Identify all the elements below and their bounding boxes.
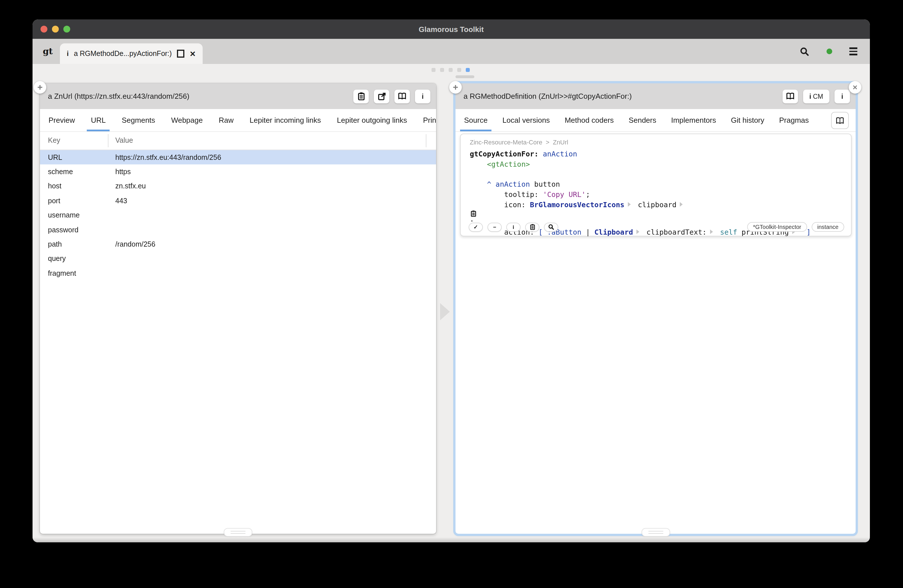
left-pane-tabs: PreviewURLSegmentsWebpageRawLepiter inco…: [40, 109, 436, 132]
tab-raw[interactable]: Raw: [219, 109, 233, 131]
tab-local-versions[interactable]: Local versions: [502, 109, 550, 131]
zoom-window-button[interactable]: [63, 26, 70, 33]
remove-method-button[interactable]: −: [488, 222, 502, 231]
tab-git-history[interactable]: Git history: [731, 109, 764, 131]
code-token: [470, 160, 487, 168]
tab-lepiter-incoming-links[interactable]: Lepiter incoming links: [250, 109, 321, 131]
pager-scrollbar[interactable]: [456, 75, 474, 78]
expand-triangle-icon[interactable]: [680, 202, 683, 207]
clipboard-icon: [470, 210, 811, 217]
copy-method-button[interactable]: [525, 222, 540, 231]
breadcrumb-segment[interactable]: Zinc-Resource-Meta-Core: [470, 139, 542, 146]
breadcrumb: Zinc-Resource-Meta-Core>ZnUrl: [470, 139, 568, 146]
side-badge[interactable]: instance: [812, 222, 845, 232]
package-badge[interactable]: *GToolkit-Inspector: [747, 222, 807, 232]
table-row[interactable]: query: [40, 252, 436, 266]
open-external-button[interactable]: [374, 90, 389, 103]
code-token: tooltip:: [470, 190, 543, 199]
column-header-key: Key: [48, 137, 60, 145]
pager-dot[interactable]: [440, 68, 444, 72]
table-header: Key Value: [40, 132, 436, 150]
code-token: clipboard: [634, 200, 676, 209]
tab-url[interactable]: URL: [91, 109, 106, 131]
code-token: <gtAction>: [487, 160, 530, 168]
code-line: [470, 169, 811, 179]
pane-resize-handle[interactable]: [641, 528, 670, 537]
code-token: gtCopyActionFor:: [470, 149, 538, 158]
workspace: + a ZnUrl (https://zn.stfx.eu:443/random…: [33, 64, 870, 542]
table-row[interactable]: URLhttps://zn.stfx.eu:443/random/256: [40, 150, 436, 165]
pager-dot[interactable]: [448, 68, 453, 72]
tabstrip-actions: [800, 39, 857, 64]
pane-divider-arrow[interactable]: [440, 303, 450, 320]
tab-preview[interactable]: Preview: [49, 109, 75, 131]
search-icon[interactable]: [800, 47, 809, 56]
docs-book-button[interactable]: [831, 112, 849, 129]
inspector-tab[interactable]: i a RGMethodDe...pyActionFor:) ✕: [60, 43, 203, 64]
left-pane-header: a ZnUrl (https://zn.stfx.eu:443/random/2…: [40, 83, 436, 109]
inspect-method-button[interactable]: i: [506, 222, 521, 231]
minimize-window-button[interactable]: [52, 26, 59, 33]
tab-webpage[interactable]: Webpage: [171, 109, 203, 131]
column-divider[interactable]: [108, 134, 109, 147]
add-pane-button[interactable]: +: [34, 81, 46, 94]
inspect-button[interactable]: i: [834, 90, 850, 103]
window-title: Glamorous Toolkit: [418, 25, 484, 33]
tab-pragmas[interactable]: Pragmas: [779, 109, 809, 131]
tab-info-icon: i: [67, 50, 69, 58]
gt-logo[interactable]: gt: [43, 39, 53, 64]
tab-segments[interactable]: Segments: [122, 109, 155, 131]
traffic-lights: [41, 19, 70, 39]
table-row[interactable]: path/random/256: [40, 237, 436, 252]
book-button[interactable]: [395, 90, 410, 103]
status-dot-icon: [826, 49, 832, 54]
table-row[interactable]: fragment: [40, 266, 436, 281]
method-source-card: Zinc-Resource-Meta-Core>ZnUrl gtCopyActi…: [460, 134, 852, 236]
row-key: fragment: [40, 269, 115, 277]
search-method-button[interactable]: [544, 222, 558, 231]
right-pane-title: a RGMethodDefinition (ZnUrl>>#gtCopyActi…: [464, 92, 777, 101]
tab-source[interactable]: Source: [464, 109, 488, 131]
inspect-button[interactable]: i: [415, 90, 430, 103]
add-pane-button[interactable]: +: [449, 81, 462, 94]
code-token: button: [530, 180, 560, 189]
pager-dot[interactable]: [466, 68, 470, 72]
maximize-pane-icon[interactable]: [177, 50, 184, 58]
table-row[interactable]: port443: [40, 193, 436, 208]
table-row[interactable]: hostzn.stfx.eu: [40, 179, 436, 194]
table-row[interactable]: schemehttps: [40, 165, 436, 179]
close-tab-icon[interactable]: ✕: [189, 49, 196, 58]
table-row[interactable]: password: [40, 223, 436, 237]
copy-clipboard-button[interactable]: [353, 90, 369, 103]
book-button[interactable]: [783, 90, 798, 103]
pane-resize-handle[interactable]: [224, 528, 252, 537]
menu-icon[interactable]: [850, 48, 857, 55]
tab-strip: gt i a RGMethodDe...pyActionFor:) ✕: [33, 39, 870, 64]
tab-implementors[interactable]: Implementors: [671, 109, 716, 131]
code-token: [470, 180, 487, 189]
right-pane-header: a RGMethodDefinition (ZnUrl>>#gtCopyActi…: [456, 83, 856, 109]
row-value: 443: [115, 197, 436, 205]
tab-method-coders[interactable]: Method coders: [565, 109, 614, 131]
info-icon: i: [809, 92, 812, 100]
expand-triangle-icon[interactable]: [628, 202, 631, 207]
tab-senders[interactable]: Senders: [629, 109, 656, 131]
breadcrumb-segment[interactable]: ZnUrl: [553, 139, 568, 146]
close-pane-button[interactable]: ✕: [849, 81, 861, 94]
tab-prin[interactable]: Prin: [423, 109, 436, 131]
accept-method-button[interactable]: ✓: [469, 222, 483, 231]
pager-dot[interactable]: [457, 68, 461, 72]
tab-lepiter-outgoing-links[interactable]: Lepiter outgoing links: [337, 109, 407, 131]
right-pane-tabs: SourceLocal versionsMethod codersSenders…: [456, 109, 856, 132]
code-token: 'Copy URL': [543, 190, 586, 199]
code-token: [686, 200, 690, 209]
pager-dot[interactable]: [431, 68, 436, 72]
close-window-button[interactable]: [41, 26, 47, 33]
code-line: ^ anAction button: [470, 179, 811, 190]
table-row[interactable]: username: [40, 208, 436, 223]
code-line: <gtAction>: [470, 159, 811, 170]
titlebar: Glamorous Toolkit: [33, 19, 870, 39]
inspect-cm-button[interactable]: i CM: [803, 90, 829, 103]
row-value: zn.stfx.eu: [115, 182, 436, 190]
column-divider[interactable]: [426, 134, 426, 147]
